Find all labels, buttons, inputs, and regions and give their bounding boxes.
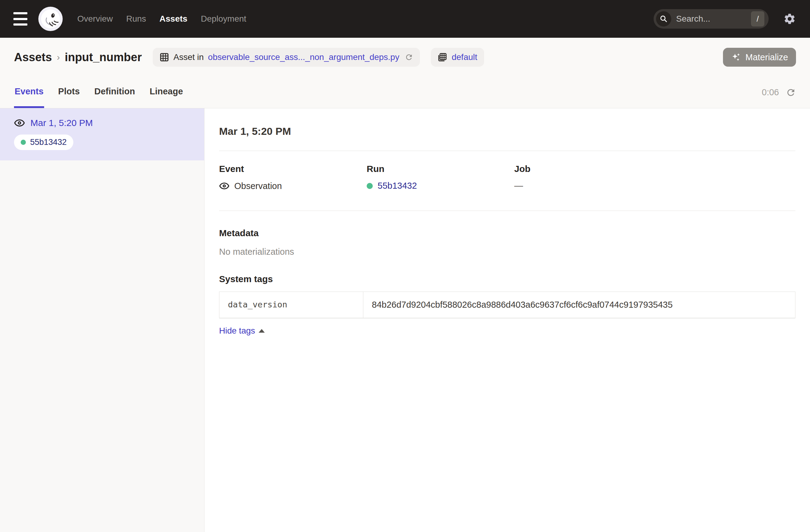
divider [219,211,795,211]
nav-item-overview[interactable]: Overview [77,14,113,24]
top-nav: Overview Runs Assets Deployment / [0,0,810,38]
breadcrumb: Assets › input_number Asset in observabl… [0,38,810,77]
event-detail-panel: Mar 1, 5:20 PM Event Observation Run [205,108,810,532]
asset-source-file-link[interactable]: observable_source_ass..._non_argument_de… [208,52,400,62]
search-shortcut-key: / [751,11,764,27]
system-tags-heading: System tags [219,274,795,284]
sparkles-icon [731,52,741,62]
asset-group-chip: default [431,48,484,67]
reload-icon [405,53,413,62]
tab-events[interactable]: Events [14,77,44,108]
nav-item-deployment[interactable]: Deployment [201,14,246,24]
event-detail-title: Mar 1, 5:20 PM [219,125,795,137]
hide-tags-label: Hide tags [219,326,255,336]
run-id-text: 55b13432 [378,181,417,191]
event-column-value: Observation [219,181,367,191]
hide-tags-link[interactable]: Hide tags [219,326,265,336]
metadata-heading: Metadata [219,228,795,238]
asset-tabs: Events Plots Definition Lineage [14,77,183,108]
asset-group-icon [438,52,447,62]
run-status-dot [21,140,26,145]
event-run-chip[interactable]: 55b13432 [14,134,73,150]
page-header: Assets › input_number Asset in observabl… [0,38,810,108]
event-item-header: Mar 1, 5:20 PM [14,117,190,128]
reload-definitions-button[interactable] [405,53,413,62]
refresh-button[interactable] [785,87,796,98]
event-list-item[interactable]: Mar 1, 5:20 PM 55b13432 [0,108,204,160]
system-tags-table: data_version 84b26d7d9204cbf588026c8a988… [219,292,795,318]
run-column: Run 55b13432 [367,164,514,191]
job-empty-value: — [514,181,795,191]
search-icon-wrap [656,11,671,27]
tag-key-cell: data_version [220,292,363,318]
observation-eye-icon [219,181,229,191]
menu-button[interactable] [13,12,29,26]
menu-bar [13,18,27,20]
event-timestamp: Mar 1, 5:20 PM [30,118,93,128]
event-column: Event Observation [219,164,367,191]
page-title: input_number [65,51,142,64]
tag-value-cell: 84b26d7d9204cbf588026c8a9886d403a6c9637c… [363,292,795,318]
primary-nav: Overview Runs Assets Deployment [77,14,246,24]
asset-definition-chip: Asset in observable_source_ass..._non_ar… [153,48,420,67]
run-column-label: Run [367,164,514,174]
run-status-dot [367,183,373,189]
dagster-logo[interactable] [38,7,63,31]
tab-plots[interactable]: Plots [58,77,80,108]
event-type-text: Observation [234,181,282,191]
event-column-label: Event [219,164,367,174]
menu-bar [13,12,27,14]
events-sidebar: Mar 1, 5:20 PM 55b13432 [0,108,205,532]
table-grid-icon [159,52,169,62]
tabs-bar: Events Plots Definition Lineage 0:06 [0,77,810,108]
gear-icon [783,13,796,25]
job-column-label: Job [514,164,795,174]
menu-bar [13,23,27,26]
chevron-up-icon [259,329,265,333]
content-area: Mar 1, 5:20 PM 55b13432 Mar 1, 5:20 PM E… [0,108,810,532]
run-id-link[interactable]: 55b13432 [367,181,417,191]
materialize-button[interactable]: Materialize [723,48,796,67]
asset-chip-prefix: Asset in [174,52,204,62]
octopus-logo-icon [40,9,61,29]
search-input[interactable] [676,14,746,24]
nav-item-assets[interactable]: Assets [159,14,188,24]
group-default-link[interactable]: default [452,52,477,62]
breadcrumb-assets-link[interactable]: Assets [14,51,52,64]
materialize-label: Materialize [745,52,788,62]
refresh-icon [785,87,796,98]
divider [219,151,795,151]
run-chip-id: 55b13432 [30,138,67,147]
refresh-zone: 0:06 [762,77,796,108]
tab-lineage[interactable]: Lineage [149,77,184,108]
global-search[interactable]: / [653,9,768,29]
observation-eye-icon [14,117,25,128]
search-icon [659,15,668,23]
event-summary-columns: Event Observation Run 55b13432 [219,164,795,191]
breadcrumb-separator: › [56,52,61,62]
refresh-countdown: 0:06 [762,87,779,97]
settings-button[interactable] [783,13,796,25]
nav-item-runs[interactable]: Runs [126,14,146,24]
tab-definition[interactable]: Definition [94,77,136,108]
metadata-empty-text: No materializations [219,247,795,257]
job-column: Job — [514,164,795,191]
